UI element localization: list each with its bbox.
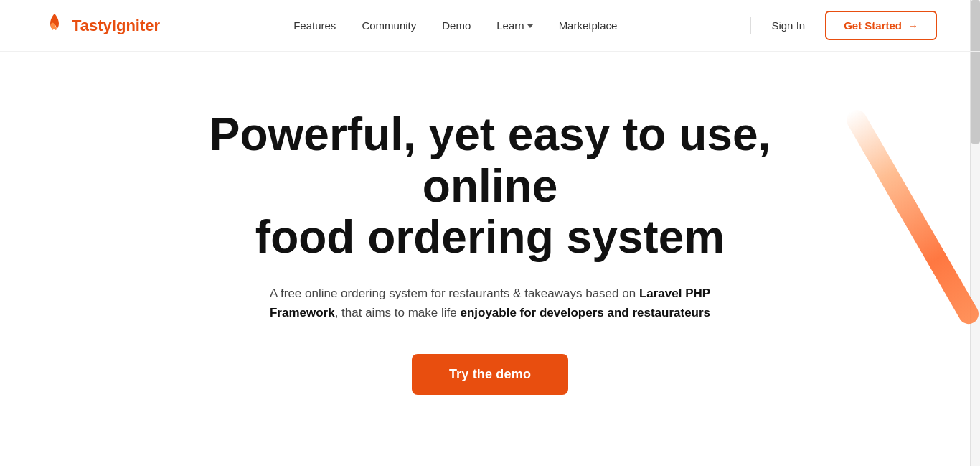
try-demo-button[interactable]: Try the demo <box>412 354 568 395</box>
brand-name: TastyIgniter <box>72 17 160 35</box>
logo[interactable]: TastyIgniter <box>43 12 160 39</box>
main-nav: Features Community Demo Learn Marketplac… <box>293 19 617 32</box>
hero-headline: Powerful, yet easy to use, online food o… <box>167 109 813 264</box>
nav-right: Sign In Get Started → <box>750 11 937 40</box>
learn-chevron-down-icon <box>527 24 533 28</box>
nav-learn[interactable]: Learn <box>496 19 532 32</box>
nav-marketplace[interactable]: Marketplace <box>559 19 618 32</box>
get-started-button[interactable]: Get Started → <box>825 11 937 40</box>
header: TastyIgniter Features Community Demo Lea… <box>0 0 980 52</box>
hero-section: Powerful, yet easy to use, online food o… <box>0 52 980 438</box>
sign-in-link[interactable]: Sign In <box>771 19 805 32</box>
nav-demo[interactable]: Demo <box>442 19 471 32</box>
hero-subtitle: A free online ordering system for restau… <box>253 284 727 322</box>
arrow-right-icon: → <box>908 19 918 32</box>
nav-divider <box>750 17 751 34</box>
deco-bar <box>843 106 980 327</box>
nav-community[interactable]: Community <box>362 19 416 32</box>
nav-features[interactable]: Features <box>293 19 336 32</box>
flame-icon <box>43 12 66 39</box>
